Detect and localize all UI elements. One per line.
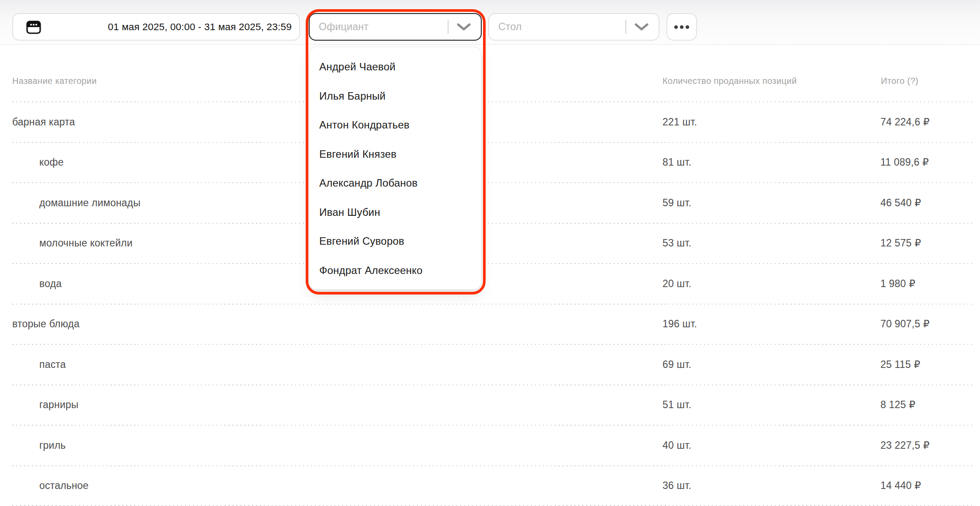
quantity-value: 81 шт. — [663, 142, 691, 183]
quantity-value: 40 шт. — [663, 425, 691, 466]
total-value: 11 089,6 ₽ — [880, 142, 929, 183]
table-row[interactable]: вторые блюда 196 шт. 70 907,5 ₽ — [0, 304, 980, 345]
category-name: гриль — [39, 440, 66, 451]
table-row[interactable]: паста 69 шт. 25 115 ₽ — [0, 344, 980, 385]
total-value: 14 440 ₽ — [880, 466, 921, 506]
category-name: барная карта — [12, 116, 75, 128]
waiter-option[interactable]: Евгений Суворов — [310, 227, 481, 256]
category-sales-table: барная карта 221 шт. 74 224,6 ₽ кофе 81 … — [0, 102, 980, 506]
select-divider — [448, 20, 449, 34]
table-row[interactable]: гарниры 51 шт. 8 125 ₽ — [0, 385, 980, 426]
table-row[interactable]: остальное 36 шт. 14 440 ₽ — [0, 466, 980, 506]
waiter-option[interactable]: Александр Лобанов — [310, 169, 481, 198]
quantity-value: 20 шт. — [663, 263, 691, 304]
waiter-option[interactable]: Илья Барный — [310, 82, 481, 111]
category-name: кофе — [39, 156, 64, 168]
quantity-value: 59 шт. — [663, 183, 691, 223]
column-header-category: Название категории — [12, 76, 97, 86]
total-value: 74 224,6 ₽ — [880, 102, 930, 142]
waiter-select-placeholder: Официант — [319, 14, 369, 40]
filter-bar: 01 мая 2025, 00:00 - 31 мая 2025, 23:59 … — [0, 0, 980, 45]
total-value: 23 227,5 ₽ — [880, 425, 930, 466]
quantity-value: 51 шт. — [663, 385, 691, 426]
column-header-total[interactable]: Итого (?) — [881, 76, 918, 86]
waiter-dropdown-menu: Андрей ЧаевойИлья БарныйАнтон Кондратьев… — [309, 47, 481, 290]
select-divider — [625, 20, 626, 34]
table-select-placeholder: Стол — [498, 14, 522, 40]
category-name: вода — [39, 278, 62, 290]
ellipsis-icon — [674, 25, 689, 29]
quantity-value: 36 шт. — [663, 466, 691, 506]
table-row[interactable]: кофе 81 шт. 11 089,6 ₽ — [0, 142, 980, 183]
calendar-icon — [26, 20, 41, 35]
waiter-select[interactable]: Официант — [309, 13, 482, 41]
waiter-option[interactable]: Фондрат Алексеенко — [310, 256, 481, 285]
total-value: 12 575 ₽ — [880, 223, 921, 264]
waiter-option[interactable]: Евгений Князев — [310, 140, 481, 169]
total-value: 46 540 ₽ — [880, 183, 921, 223]
table-row[interactable]: молочные коктейли 53 шт. 12 575 ₽ — [0, 223, 980, 264]
quantity-value: 53 шт. — [663, 223, 691, 264]
category-name: вторые блюда — [12, 318, 79, 330]
sales-report-screen: 01 мая 2025, 00:00 - 31 мая 2025, 23:59 … — [0, 0, 980, 506]
total-value: 70 907,5 ₽ — [880, 304, 930, 345]
category-name: домашние лимонады — [39, 197, 141, 209]
category-name: молочные коктейли — [39, 237, 132, 249]
total-value: 1 980 ₽ — [880, 263, 915, 304]
table-row[interactable]: домашние лимонады 59 шт. 46 540 ₽ — [0, 183, 980, 223]
table-row[interactable]: гриль 40 шт. 23 227,5 ₽ — [0, 425, 980, 466]
category-name: паста — [39, 359, 66, 371]
table-row[interactable]: вода 20 шт. 1 980 ₽ — [0, 263, 980, 304]
table-row[interactable]: барная карта 221 шт. 74 224,6 ₽ — [0, 102, 980, 142]
quantity-value: 69 шт. — [663, 344, 691, 385]
category-name: гарниры — [39, 399, 79, 411]
total-value: 25 115 ₽ — [880, 344, 920, 385]
waiter-option[interactable]: Иван Шубин — [310, 198, 481, 227]
more-filters-button[interactable] — [666, 13, 697, 41]
quantity-value: 196 шт. — [663, 304, 697, 345]
waiter-option[interactable]: Антон Кондратьев — [310, 111, 481, 140]
waiter-option[interactable]: Андрей Чаевой — [310, 52, 481, 82]
total-value: 8 125 ₽ — [880, 385, 915, 426]
date-range-button[interactable]: 01 мая 2025, 00:00 - 31 мая 2025, 23:59 — [12, 13, 300, 41]
date-range-label: 01 мая 2025, 00:00 - 31 мая 2025, 23:59 — [108, 14, 292, 40]
chevron-down-icon[interactable] — [635, 23, 649, 31]
table-select[interactable]: Стол — [488, 13, 659, 41]
category-name: остальное — [39, 480, 89, 492]
chevron-down-icon[interactable] — [457, 23, 471, 31]
quantity-value: 221 шт. — [663, 102, 697, 142]
column-header-quantity: Количество проданных позиций — [663, 76, 797, 86]
